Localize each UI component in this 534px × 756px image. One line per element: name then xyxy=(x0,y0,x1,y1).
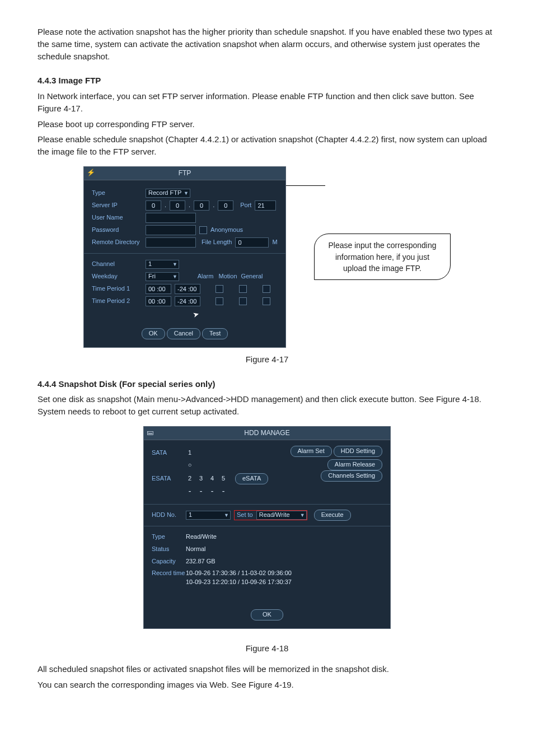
colhead-general: General xyxy=(241,272,263,281)
label-weekday: Weekday xyxy=(92,272,142,281)
anonymous-checkbox[interactable] xyxy=(199,226,207,234)
setto-select-value: Read/Write xyxy=(259,511,290,520)
label-esata: ESATA xyxy=(152,474,182,483)
ftp-icon: ⚡ xyxy=(87,168,95,178)
hddno-select[interactable]: 1▼ xyxy=(186,511,231,520)
ok-button[interactable]: OK xyxy=(142,328,165,339)
label-filelength: File Length xyxy=(202,238,232,247)
ftp-dialog: ⚡ FTP Type Record FTP▼ Server IP 0 . 0 .… xyxy=(83,166,286,348)
sata-slot-1: 1 xyxy=(186,449,194,458)
channels-setting-button[interactable]: Channels Setting xyxy=(321,470,382,482)
section-444-p1: Set one disk as snapshot (Main menu->Adv… xyxy=(38,393,496,418)
type-select[interactable]: Record FTP▼ xyxy=(146,189,190,198)
chevron-down-icon: ▼ xyxy=(184,190,189,197)
esata-status-4: - xyxy=(208,489,216,493)
remotedir-field[interactable] xyxy=(146,237,196,248)
weekday-select-value: Fri xyxy=(148,272,156,281)
colhead-alarm: Alarm xyxy=(196,272,215,281)
label-tp1: Time Period 1 xyxy=(92,284,142,293)
disk-icon: 🖴 xyxy=(147,428,153,437)
hddno-select-value: 1 xyxy=(189,511,192,520)
section-443-p1: In Network interface, you can set FTP se… xyxy=(38,90,496,115)
tp1-general-checkbox[interactable] xyxy=(263,285,270,293)
intro-paragraph: Please note the activation snapshot has … xyxy=(38,26,496,62)
label-type-hdd: Type xyxy=(152,533,182,542)
label-status: Status xyxy=(152,545,182,554)
setto-highlight: Set to Read/Write▼ xyxy=(234,510,307,520)
section-443-p3: Please enable schedule snapshot (Chapter… xyxy=(38,133,496,158)
hdd-dialog-title: HDD MANAGE xyxy=(244,429,289,437)
esata-slot-2: 2 xyxy=(186,474,194,483)
tp2-start[interactable]: 00 :00 xyxy=(146,296,171,306)
tp2-alarm-checkbox[interactable] xyxy=(216,297,223,305)
label-capacity: Capacity xyxy=(152,557,182,566)
esata-status-2: - xyxy=(186,489,194,493)
outro-p1: All scheduled snapshot files or activate… xyxy=(38,663,496,675)
esata-slot-5: 5 xyxy=(219,474,227,483)
callout-leader-line xyxy=(286,185,325,186)
label-type: Type xyxy=(92,189,142,198)
esata-status-5: - xyxy=(219,489,227,493)
label-port: Port xyxy=(240,201,251,210)
value-recordtime-2: 10-09-23 12:20:10 / 10-09-26 17:30:37 xyxy=(186,578,292,585)
figure-418-caption: Figure 4-18 xyxy=(38,642,496,655)
tp2-motion-checkbox[interactable] xyxy=(239,297,247,305)
tp1-motion-checkbox[interactable] xyxy=(239,285,247,293)
section-444-heading: 4.4.4 Snapshot Disk (For special series … xyxy=(38,378,496,390)
label-password: Password xyxy=(92,226,142,235)
port-field[interactable]: 21 xyxy=(255,200,276,211)
value-status: Normal xyxy=(186,545,205,554)
label-hddno: HDD No. xyxy=(152,511,182,520)
channel-select[interactable]: 1▼ xyxy=(146,260,179,269)
cancel-button[interactable]: Cancel xyxy=(167,328,200,339)
colhead-motion: Motion xyxy=(218,272,237,281)
label-m: M xyxy=(272,238,277,247)
execute-button[interactable]: Execute xyxy=(314,510,351,521)
label-username: User Name xyxy=(92,213,142,222)
cursor-icon: ➤ xyxy=(191,309,200,321)
label-anonymous: Anonymous xyxy=(210,226,243,235)
outro-p2: You can search the corresponding images … xyxy=(38,679,496,691)
chevron-down-icon: ▼ xyxy=(172,273,177,281)
esata-slot-3: 3 xyxy=(197,474,205,483)
setto-select[interactable]: Read/Write▼ xyxy=(256,511,307,520)
label-serverip: Server IP xyxy=(92,201,142,210)
ip-field-2[interactable]: 0 xyxy=(170,200,185,211)
username-field[interactable] xyxy=(146,213,196,223)
tp2-general-checkbox[interactable] xyxy=(263,297,270,305)
tp2-end[interactable]: -24 :00 xyxy=(175,296,200,306)
test-button[interactable]: Test xyxy=(202,328,228,339)
alarm-set-button[interactable]: Alarm Set xyxy=(291,446,332,457)
section-443-heading: 4.4.3 Image FTP xyxy=(38,74,496,87)
hdd-dialog-title-bar: 🖴 HDD MANAGE xyxy=(144,427,390,440)
type-select-value: Record FTP xyxy=(148,189,181,198)
weekday-select[interactable]: Fri▼ xyxy=(146,272,179,281)
ftp-dialog-title-bar: ⚡ FTP xyxy=(84,167,285,180)
ok-button-hdd[interactable]: OK xyxy=(251,609,283,620)
tp1-end[interactable]: -24 :00 xyxy=(175,284,200,294)
hdd-setting-button[interactable]: HDD Setting xyxy=(334,446,382,457)
chevron-down-icon: ▼ xyxy=(300,512,305,519)
chevron-down-icon: ▼ xyxy=(172,261,177,268)
label-sata: SATA xyxy=(152,449,182,458)
ip-field-3[interactable]: 0 xyxy=(194,200,209,211)
label-channel: Channel xyxy=(92,260,142,269)
ip-field-1[interactable]: 0 xyxy=(146,200,161,211)
label-setto: Set to xyxy=(235,511,255,520)
channel-select-value: 1 xyxy=(148,260,152,269)
value-capacity: 232.87 GB xyxy=(186,557,216,566)
value-recordtime-1: 10-09-26 17:30:36 / 11-03-02 09:36:00 xyxy=(186,570,292,576)
password-field[interactable] xyxy=(146,225,196,235)
esata-button[interactable]: eSATA xyxy=(235,473,268,484)
ip-field-4[interactable]: 0 xyxy=(218,200,233,211)
callout-bubble: Please input the corresponding informati… xyxy=(314,234,451,280)
tp1-start[interactable]: 00 :00 xyxy=(146,284,171,294)
alarm-release-button[interactable]: Alarm Release xyxy=(327,459,382,470)
ftp-dialog-title: FTP xyxy=(179,169,191,177)
figure-417-caption: Figure 4-17 xyxy=(38,353,496,366)
section-443-p2: Please boot up corresponding FTP server. xyxy=(38,118,496,130)
label-tp2: Time Period 2 xyxy=(92,297,142,306)
filelength-field[interactable]: 0 xyxy=(235,237,269,248)
tp1-alarm-checkbox[interactable] xyxy=(216,285,223,293)
label-remotedir: Remote Directory xyxy=(92,238,142,247)
